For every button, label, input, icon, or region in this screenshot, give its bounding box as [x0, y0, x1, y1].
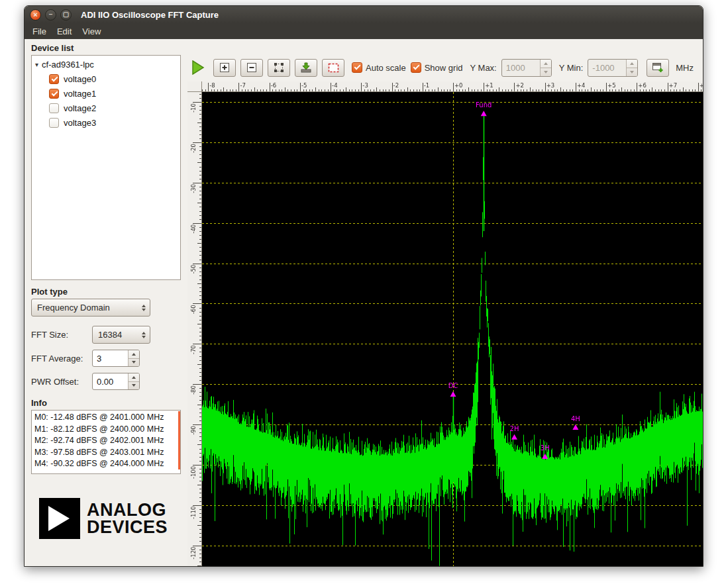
ymin-spin[interactable]: -1000 — [588, 59, 638, 77]
minimize-button[interactable]: – — [45, 9, 56, 21]
info-scroll-accent — [178, 411, 180, 469]
fft-size-value: 16384 — [98, 330, 122, 340]
combo-arrows-icon — [142, 332, 146, 338]
zoom-in-icon — [219, 62, 230, 73]
spin-up-icon[interactable] — [129, 350, 139, 358]
save-plot-image-button[interactable] — [295, 59, 317, 77]
spin-up-icon[interactable] — [129, 373, 139, 381]
marker-info-line: M0: -12.48 dBFS @ 2401.000 MHz — [34, 412, 178, 424]
autoscale-checkbox[interactable] — [352, 62, 362, 73]
device-list-title: Device list — [31, 43, 181, 53]
pwr-offset-value: 0.00 — [93, 373, 128, 389]
spin-down-icon[interactable] — [541, 68, 551, 76]
channel-row-voltage3[interactable]: voltage3 — [32, 115, 180, 130]
new-plot-button[interactable] — [647, 59, 669, 77]
showgrid-control[interactable]: Show grid — [411, 62, 463, 73]
device-list-tree[interactable]: ▾ cf-ad9361-lpc voltage0 voltage1 voltag… — [31, 55, 181, 280]
frequency-unit-label: MHz — [676, 63, 696, 73]
zoom-out-icon — [246, 62, 257, 73]
spin-up-icon[interactable] — [541, 60, 551, 68]
menu-edit[interactable]: Edit — [52, 24, 77, 38]
maximize-button[interactable]: ▢ — [60, 9, 72, 21]
channel-label: voltage1 — [64, 89, 96, 99]
ymax-spin[interactable]: 1000 — [501, 59, 552, 77]
zoom-in-button[interactable] — [213, 59, 236, 77]
adi-logo-mark — [39, 498, 80, 539]
ymin-value: -1000 — [588, 60, 626, 76]
zoom-out-button[interactable] — [240, 59, 263, 77]
close-button[interactable]: × — [30, 9, 41, 21]
window-title: ADI IIO Oscilloscope FFT Capture — [81, 10, 219, 20]
marker-info-line: M3: -97.58 dBFS @ 2403.001 MHz — [34, 447, 178, 459]
close-icon: × — [33, 11, 37, 19]
channel-row-voltage1[interactable]: voltage1 — [32, 86, 180, 101]
pwr-offset-spin[interactable]: 0.00 — [92, 373, 140, 390]
channel-label: voltage0 — [64, 74, 96, 84]
channel-checkbox[interactable] — [49, 89, 59, 99]
marker-info-line: M4: -90.32 dBFS @ 2404.000 MHz — [34, 458, 178, 470]
channel-checkbox[interactable] — [49, 118, 59, 128]
device-row[interactable]: ▾ cf-ad9361-lpc — [32, 57, 180, 72]
menu-file[interactable]: File — [27, 24, 52, 38]
channel-row-voltage0[interactable]: voltage0 — [32, 72, 180, 86]
spin-up-icon[interactable] — [627, 60, 637, 68]
adi-logo: ANALOG DEVICES — [39, 498, 181, 539]
ymax-label: Y Max: — [470, 63, 497, 73]
showgrid-label: Show grid — [425, 63, 463, 73]
fullscreen-icon — [328, 63, 339, 73]
channel-checkbox[interactable] — [49, 74, 59, 84]
ymin-label: Y Min: — [559, 63, 584, 73]
channel-row-voltage2[interactable]: voltage2 — [32, 101, 180, 115]
autoscale-control[interactable]: Auto scale — [352, 62, 406, 73]
app-window: × – ▢ ADI IIO Oscilloscope FFT Capture F… — [24, 5, 703, 567]
fft-average-spin[interactable]: 3 — [92, 350, 140, 367]
plot-toolbar: Auto scale Show grid Y Max: 1000 Y Min: … — [187, 58, 703, 77]
autoscale-label: Auto scale — [366, 63, 406, 73]
info-title: Info — [31, 398, 181, 408]
fft-size-combo[interactable]: 16384 — [92, 326, 150, 344]
save-image-icon — [300, 62, 312, 73]
device-name: cf-ad9361-lpc — [42, 60, 94, 70]
spin-down-icon[interactable] — [129, 381, 139, 390]
zoom-fit-icon — [274, 62, 284, 73]
marker-info-line: M2: -92.74 dBFS @ 2402.001 MHz — [34, 435, 178, 447]
marker-info-box: M0: -12.48 dBFS @ 2401.000 MHz M1: -82.1… — [31, 410, 181, 474]
showgrid-checkbox[interactable] — [411, 62, 421, 73]
fft-average-label: FFT Average: — [31, 354, 92, 364]
channel-label: voltage2 — [64, 103, 96, 113]
menubar: File Edit View — [25, 23, 703, 39]
sidebar: Device list ▾ cf-ad9361-lpc voltage0 vol… — [25, 39, 187, 566]
play-icon — [191, 60, 205, 75]
new-plot-icon — [652, 62, 664, 73]
plot-type-title: Plot type — [31, 287, 181, 297]
titlebar[interactable]: × – ▢ ADI IIO Oscilloscope FFT Capture — [25, 6, 703, 23]
minimize-icon: – — [49, 11, 53, 18]
ymax-value: 1000 — [502, 60, 540, 76]
plot-type-combo[interactable]: Frequency Domain — [31, 299, 150, 317]
fullscreen-button[interactable] — [322, 59, 344, 77]
adi-logo-text-line2: DEVICES — [87, 518, 168, 536]
plot-type-value: Frequency Domain — [37, 303, 110, 313]
capture-start-button[interactable] — [190, 59, 206, 76]
menu-view[interactable]: View — [77, 24, 106, 38]
pwr-offset-label: PWR Offset: — [31, 377, 92, 387]
fft-size-label: FFT Size: — [31, 330, 92, 340]
fft-average-value: 3 — [93, 350, 128, 366]
spin-down-icon[interactable] — [129, 358, 139, 367]
zoom-fit-button[interactable] — [268, 59, 290, 77]
expander-icon[interactable]: ▾ — [35, 61, 38, 68]
plot-area — [187, 81, 703, 567]
maximize-icon: ▢ — [63, 11, 69, 18]
channel-label: voltage3 — [64, 118, 96, 128]
spin-down-icon[interactable] — [627, 68, 637, 76]
adi-logo-text-line1: ANALOG — [87, 501, 168, 518]
combo-arrows-icon — [142, 305, 146, 311]
marker-info-line: M1: -82.12 dBFS @ 2400.000 MHz — [34, 424, 178, 436]
channel-checkbox[interactable] — [49, 103, 59, 113]
fft-plot-canvas[interactable] — [187, 81, 703, 567]
